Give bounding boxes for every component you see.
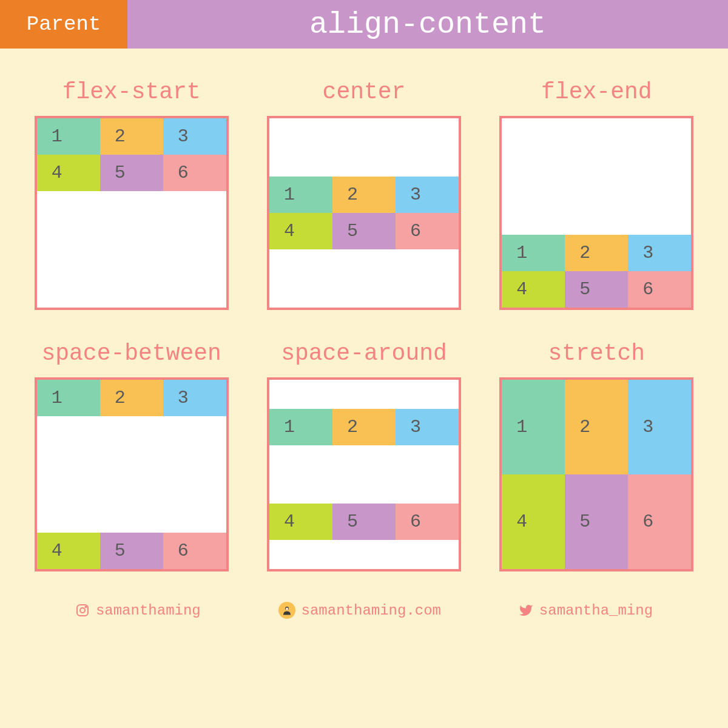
flex-item: 1 <box>269 177 332 213</box>
flex-item: 4 <box>502 474 565 569</box>
flex-item: 2 <box>332 409 396 445</box>
flex-item: 3 <box>628 235 691 271</box>
example-label: center <box>323 79 406 105</box>
example-space-around: space-around 1 2 3 4 5 6 <box>266 340 462 571</box>
avatar-icon <box>278 602 295 619</box>
flex-item: 5 <box>100 533 163 569</box>
footer-instagram[interactable]: samanthaming <box>75 602 201 619</box>
flex-item: 5 <box>565 474 628 569</box>
svg-point-1 <box>80 608 85 613</box>
flex-item: 2 <box>100 118 163 155</box>
footer-instagram-label: samanthaming <box>96 602 201 619</box>
flex-item: 1 <box>37 380 100 416</box>
flex-item: 3 <box>396 409 459 445</box>
flex-container: 1 2 3 4 5 6 <box>35 377 229 571</box>
flex-item: 2 <box>100 380 163 416</box>
example-label: stretch <box>548 340 645 366</box>
example-space-between: space-between 1 2 3 4 5 6 <box>33 340 229 571</box>
footer-twitter[interactable]: samantha_ming <box>519 602 653 619</box>
flex-item: 3 <box>628 380 691 474</box>
flex-item: 2 <box>565 235 628 271</box>
flex-item: 5 <box>332 504 396 540</box>
flex-item: 1 <box>37 118 100 155</box>
svg-point-2 <box>85 607 86 608</box>
footer-twitter-label: samantha_ming <box>539 602 653 619</box>
flex-item: 2 <box>332 177 396 213</box>
example-label: space-between <box>41 340 221 366</box>
flex-item: 6 <box>396 504 459 540</box>
flex-container: 1 2 3 4 5 6 <box>35 116 229 310</box>
flex-item: 6 <box>628 271 691 308</box>
example-label: flex-end <box>541 79 652 105</box>
flex-item: 4 <box>37 533 100 569</box>
header: Parent align-content <box>0 0 728 49</box>
flex-item: 6 <box>163 533 226 569</box>
flex-container: 1 2 3 4 5 6 <box>499 377 693 571</box>
svg-point-4 <box>285 608 288 611</box>
flex-item: 6 <box>628 474 691 569</box>
example-stretch: stretch 1 2 3 4 5 6 <box>499 340 695 571</box>
flex-container: 1 2 3 4 5 6 <box>267 377 461 571</box>
flex-container: 1 2 3 4 5 6 <box>267 116 461 310</box>
flex-item: 1 <box>502 380 565 474</box>
examples-grid: flex-start 1 2 3 4 5 6 center 1 2 3 4 5 … <box>0 49 728 584</box>
example-label: flex-start <box>62 79 201 105</box>
flex-item: 1 <box>269 409 332 445</box>
flex-item: 6 <box>163 155 226 191</box>
flex-item: 4 <box>37 155 100 191</box>
flex-item: 5 <box>332 213 396 249</box>
example-flex-end: flex-end 1 2 3 4 5 6 <box>499 79 695 310</box>
example-flex-start: flex-start 1 2 3 4 5 6 <box>33 79 229 310</box>
flex-item: 4 <box>502 271 565 308</box>
footer: samanthaming samanthaming.com samantha_m… <box>0 584 728 619</box>
twitter-icon <box>519 603 533 618</box>
footer-website-label: samanthaming.com <box>302 602 441 619</box>
flex-item: 6 <box>396 213 459 249</box>
flex-item: 2 <box>565 380 628 474</box>
flex-item: 3 <box>163 118 226 155</box>
header-title: align-content <box>127 0 728 49</box>
flex-item: 5 <box>565 271 628 308</box>
example-center: center 1 2 3 4 5 6 <box>266 79 462 310</box>
flex-item: 1 <box>502 235 565 271</box>
instagram-icon <box>75 603 90 618</box>
example-label: space-around <box>281 340 447 366</box>
flex-item: 4 <box>269 213 332 249</box>
flex-item: 3 <box>396 177 459 213</box>
flex-item: 3 <box>163 380 226 416</box>
flex-container: 1 2 3 4 5 6 <box>499 116 693 310</box>
flex-item: 4 <box>269 504 332 540</box>
flex-item: 5 <box>100 155 163 191</box>
header-tag: Parent <box>0 0 127 49</box>
footer-website[interactable]: samanthaming.com <box>278 602 441 619</box>
